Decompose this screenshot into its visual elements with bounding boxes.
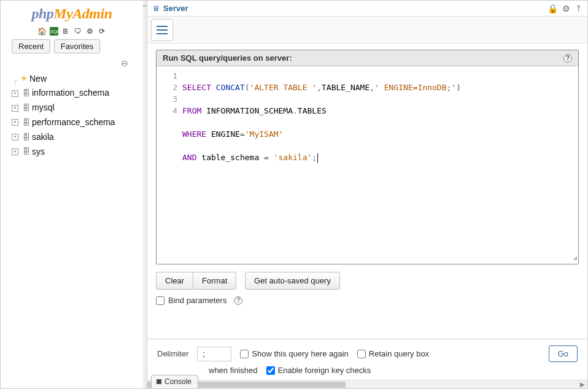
- chat-icon[interactable]: 🗨: [74, 27, 82, 36]
- expand-icon[interactable]: +: [12, 90, 18, 97]
- new-icon: ✳: [20, 74, 28, 83]
- bind-parameters-label: Bind parameters: [168, 296, 226, 305]
- rollback-label-fragment: when finished: [209, 366, 258, 375]
- tree-db-sakila[interactable]: + 🗄 sakila: [12, 130, 143, 145]
- bind-parameters-checkbox[interactable]: [156, 296, 164, 305]
- tree-db-mysql[interactable]: + 🗄 mysql: [12, 101, 143, 115]
- lock-icon[interactable]: 🔒: [547, 4, 558, 13]
- console-icon: [157, 379, 161, 384]
- sql-editor[interactable]: 1 2 3 4 SELECT CONCAT('ALTER TABLE ',TAB…: [157, 66, 578, 264]
- database-icon: 🗄: [22, 89, 31, 98]
- query-footer: Delimiter Show this query here again Ret…: [147, 339, 587, 388]
- database-tree: ┌ ✳ New + 🗄 information_schema + 🗄 mysql…: [12, 72, 143, 160]
- server-icon: 🖥: [152, 4, 161, 13]
- tab-favorites[interactable]: Favorites: [54, 39, 100, 53]
- database-icon: 🗄: [22, 147, 31, 156]
- hamburger-menu-button[interactable]: [151, 19, 173, 41]
- editor-gutter: 1 2 3 4: [157, 66, 181, 264]
- scroll-right-arrow-icon[interactable]: ▶: [579, 381, 586, 388]
- editor-cursor: [317, 153, 318, 163]
- enable-fk-label: Enable foreign key checks: [278, 366, 371, 375]
- database-icon: 🗄: [22, 133, 31, 142]
- clear-button[interactable]: Clear: [156, 272, 193, 290]
- navigation-sidebar: phpMyAdmin 🏠 SQL 🗎 🗨 ⚙ ⟳ Recent Favorite…: [1, 1, 143, 388]
- database-icon: 🗄: [22, 118, 31, 127]
- tree-db-information-schema[interactable]: + 🗄 information_schema: [12, 86, 143, 101]
- server-link[interactable]: Server: [163, 4, 188, 13]
- doc-icon[interactable]: 🗎: [61, 27, 70, 36]
- gear-icon[interactable]: ⚙: [85, 27, 94, 36]
- expand-icon[interactable]: +: [12, 119, 18, 126]
- tree-new[interactable]: ┌ ✳ New: [12, 72, 143, 87]
- home-icon[interactable]: 🏠: [37, 27, 46, 36]
- console-label: Console: [164, 377, 191, 386]
- retain-query-box-checkbox[interactable]: [357, 350, 366, 358]
- collapse-link-icon[interactable]: ⊖: [121, 58, 128, 68]
- show-query-again-label: Show this query here again: [252, 349, 349, 358]
- tree-db-performance-schema[interactable]: + 🗄 performance_schema: [12, 115, 143, 130]
- retain-query-box-label: Retain query box: [369, 349, 429, 358]
- console-tab[interactable]: Console: [151, 375, 198, 388]
- query-box-title: Run SQL query/queries on server:: [163, 53, 292, 63]
- horizontal-scrollbar[interactable]: ◀ ▶: [147, 380, 587, 388]
- editor-code[interactable]: SELECT CONCAT('ALTER TABLE ',TABLE_NAME,…: [181, 66, 465, 264]
- help-icon[interactable]: ?: [234, 296, 242, 305]
- sidebar-toolbar: 🏠 SQL 🗎 🗨 ⚙ ⟳: [1, 26, 143, 36]
- logo: phpMyAdmin: [1, 6, 143, 22]
- content-panel: 🖥 Server 🔒 ⚙ ⤒ Run SQL query/queries on …: [147, 1, 587, 388]
- tree-db-sys[interactable]: + 🗄 sys: [12, 145, 143, 160]
- sql-query-box: Run SQL query/queries on server: ? 1 2 3…: [156, 50, 579, 264]
- database-icon: 🗄: [22, 104, 31, 112]
- format-button[interactable]: Format: [193, 272, 236, 290]
- collapse-top-icon[interactable]: ⤒: [575, 4, 582, 13]
- main-scroll-area[interactable]: Run SQL query/queries on server: ? 1 2 3…: [147, 44, 587, 388]
- expand-icon[interactable]: +: [12, 134, 18, 141]
- expand-icon[interactable]: +: [12, 148, 18, 155]
- enable-fk-checkbox[interactable]: [266, 366, 275, 375]
- breadcrumb-bar: 🖥 Server 🔒 ⚙ ⤒: [147, 1, 587, 17]
- show-query-again-checkbox[interactable]: [240, 350, 249, 358]
- go-button[interactable]: Go: [549, 345, 578, 362]
- help-icon[interactable]: ?: [563, 54, 572, 63]
- get-autosaved-button[interactable]: Get auto-saved query: [245, 272, 340, 290]
- editor-resize-handle[interactable]: ◢: [573, 252, 577, 263]
- cog-icon[interactable]: ⚙: [562, 4, 570, 13]
- tab-recent[interactable]: Recent: [12, 39, 50, 53]
- sql-icon[interactable]: SQL: [50, 27, 58, 36]
- expand-icon[interactable]: +: [12, 105, 18, 112]
- reload-icon[interactable]: ⟳: [98, 27, 106, 36]
- delimiter-label: Delimiter: [157, 349, 188, 358]
- delimiter-input[interactable]: [197, 347, 231, 361]
